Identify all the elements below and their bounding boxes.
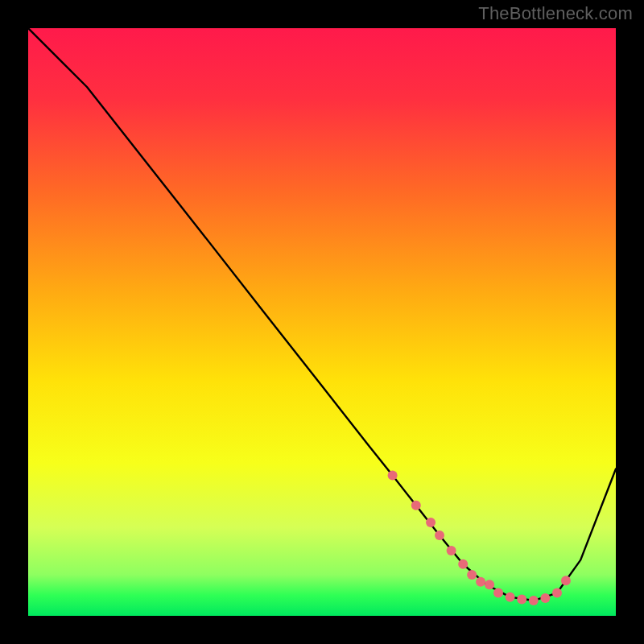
data-marker [552, 588, 562, 598]
data-marker [517, 595, 526, 605]
data-marker [411, 501, 421, 510]
data-marker [476, 577, 485, 587]
data-marker [485, 580, 494, 589]
chart-frame: TheBottleneck.com [0, 0, 644, 644]
watermark-text: TheBottleneck.com [478, 3, 633, 24]
data-marker [506, 592, 515, 602]
chart-svg [28, 28, 616, 616]
data-marker [447, 546, 456, 555]
data-marker [426, 518, 436, 527]
data-marker [561, 576, 571, 585]
data-marker [435, 530, 444, 540]
data-marker [388, 471, 398, 481]
data-marker [493, 588, 503, 598]
bottleneck-chart [28, 28, 616, 616]
data-marker [458, 559, 468, 569]
gradient-background [28, 28, 616, 616]
data-marker [467, 570, 477, 580]
data-marker [529, 596, 539, 605]
data-marker [540, 593, 550, 603]
